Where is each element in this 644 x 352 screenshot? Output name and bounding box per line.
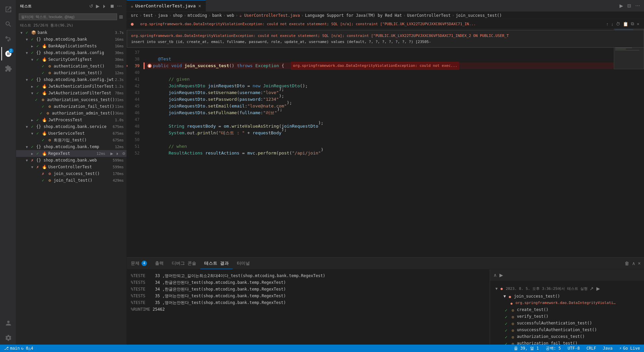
expand-SecurityConfigTest-arrow[interactable]: ▼ [30, 57, 35, 62]
breadcrumb-lang[interactable]: Language Support for Java(TM) by Red Hat [305, 13, 402, 18]
breadcrumb-java[interactable]: java [158, 13, 168, 18]
tree-item-authorization_test[interactable]: ✓ ⚙ authorization_test() 12ms [16, 70, 126, 76]
breadcrumb-shop[interactable]: shop [173, 13, 182, 18]
filter-input[interactable] [19, 13, 117, 20]
expand-BankApplicationTests-arrow[interactable]: ▶ [30, 43, 35, 49]
tree-item-BankApplicationTests[interactable]: ▶ ✓ 🔥 BankApplicationTests 16ms [16, 43, 126, 49]
tree-item-authorization_success_test[interactable]: ✓ ⚙ authorization_success_test() 31ms [16, 96, 126, 103]
tree-item-authentication_test[interactable]: ✓ ⚙ authentication_test() 18ms [16, 63, 126, 70]
expand-bank-config-arrow[interactable]: ▼ [24, 50, 30, 55]
explorer-activity-item[interactable] [1, 3, 15, 16]
breadcrumb-mtcoding[interactable]: mtcoding [187, 13, 207, 18]
tree-item-JwtAuthenticationFilterTest[interactable]: ▶ ✓ 🔥 JwtAuthenticationFilterTest 1.2s [16, 83, 126, 90]
breadcrumb-web[interactable]: web [227, 13, 234, 18]
test-results-run-button[interactable]: ▶ [499, 272, 504, 278]
expand-bank-arrow[interactable]: ▼ [19, 30, 24, 35]
tab-UserControllerTest[interactable]: ☕ UserControllerTest.java × [127, 0, 206, 11]
test-results-collapse-button[interactable]: ∧ [493, 272, 497, 278]
tree-item-join_fail_test[interactable]: ✓ ⚙ join_fail_test() 429ms [16, 177, 126, 184]
expand-shop-bank-arrow[interactable]: ▼ [24, 37, 30, 42]
expand-bank-config-jwt-arrow[interactable]: ▼ [24, 77, 30, 82]
tree-item-JwtAuthorizationFilterTest[interactable]: ▼ ✓ 🔥 JwtAuthorizationFilterTest 78ms [16, 90, 126, 96]
breadcrumb-bank[interactable]: bank [212, 13, 222, 18]
tree-item-UserControllerTest[interactable]: ▼ ✗ 🔥 UserControllerTest 599ms [16, 164, 126, 170]
explorer-icon[interactable] [1, 3, 15, 16]
split-editor-button[interactable]: ⊟ [626, 2, 633, 9]
tree-item-bank-temp[interactable]: ▼ ✓ {} shop.mtcoding.bank.temp 12ms [16, 143, 126, 150]
debug-all-button[interactable]: ⏵ [102, 3, 108, 9]
tree-item-authorization_fail_test[interactable]: ✓ ⚙ authorization_fail_test() 11ms [16, 103, 126, 110]
panel-tab-test-results[interactable]: 테스트 결과 [200, 258, 233, 269]
expand-UserServiceTest-arrow[interactable]: ▼ [30, 131, 35, 136]
expand-bank-temp-arrow[interactable]: ▼ [24, 144, 30, 149]
error-next-button[interactable]: ↓ [610, 20, 614, 27]
tree-item-RegexTest[interactable]: ▶ ✓ 🔥 RegexTest 12ms ▶ ⏵ ⚙ [16, 150, 126, 157]
test-result-create_test[interactable]: ✓ ◎ create_test() [493, 307, 641, 313]
breadcrumb-test[interactable]: test [143, 13, 153, 18]
settings-activity-item[interactable] [1, 331, 15, 345]
extensions-icon[interactable] [1, 62, 15, 75]
expand-RegexTest-arrow[interactable]: ▶ [30, 151, 35, 156]
error-close-button[interactable]: × [636, 20, 640, 27]
expand-bank-service-arrow[interactable]: ▼ [24, 124, 30, 129]
code-editor[interactable]: 34 35 36 37 38 39 40 41 42 43 44 45 46 4… [127, 29, 614, 257]
refresh-button[interactable]: ↺ [89, 3, 94, 9]
breadcrumb-src[interactable]: src [131, 13, 138, 18]
expand-bank-web-arrow[interactable]: ▼ [24, 158, 30, 163]
timestamp-run-button[interactable]: ↗ [589, 285, 594, 292]
tree-item-shop-bank[interactable]: ▼ ✓ {} shop.mtcoding.bank 16ms [16, 36, 126, 43]
settings-icon[interactable] [1, 331, 15, 345]
status-spaces[interactable]: 공백: 5 [544, 346, 562, 351]
test-result-successfulAuthentication_test[interactable]: ✓ ◎ successfulAuthentication_test() [493, 320, 641, 327]
tree-item-JwtProcessTest[interactable]: ▶ ✓ 🔥 JwtProcessTest 1.0s [16, 117, 126, 123]
extensions-activity-item[interactable] [1, 62, 15, 75]
expand-JwtAuthorizationFilterTest-arrow[interactable]: ▼ [30, 90, 35, 96]
panel-tab-output[interactable]: 출력 [151, 258, 168, 269]
breadcrumb-class[interactable]: UserControllerTest [407, 13, 451, 18]
tree-item-bank-config-jwt[interactable]: ▼ ✓ {} shop.mtcoding.bank.config.jwt 2.3… [16, 76, 126, 83]
test-result-verify_test[interactable]: ✓ ◎ verify_test() [493, 313, 641, 320]
tree-container[interactable]: ▼ ✓ 📦 bank 3.7s ▼ ✓ {} shop.mtcoding.ban… [16, 29, 126, 345]
error-expand-button[interactable]: ⧉ [630, 20, 635, 27]
status-encoding[interactable]: UTF-8 [566, 346, 581, 351]
filter-options-button[interactable]: ⊞ [118, 13, 124, 20]
tree-item-SecurityConfigTest[interactable]: ▼ ✓ 🔥 SecurityConfigTest 30ms [16, 56, 126, 63]
expand-JwtAuthenticationFilterTest-arrow[interactable]: ▶ [30, 84, 35, 89]
panel-delete-button[interactable]: 🗑 [624, 260, 630, 267]
test-result-error-text[interactable]: ● org.springframework.dao.DataIntegrityV… [493, 300, 641, 307]
panel-tab-debug[interactable]: 디버그 콘솔 [168, 258, 200, 269]
status-branch[interactable]: ⎇ main ↻ 0△4 [3, 346, 35, 351]
code-content[interactable]: public void setUp() { dataSetting(); } [144, 29, 614, 257]
test-result-authorization_fail_test[interactable]: ✓ ◎ authorization_fail_test() [493, 340, 641, 345]
expand-UserControllerTest-arrow[interactable]: ▼ [30, 164, 35, 170]
error-history-button[interactable]: ⏱ [615, 20, 621, 27]
more-actions-button[interactable]: ⋯ [116, 3, 122, 9]
panel-tab-issues[interactable]: 문제 4 [127, 258, 151, 269]
RegexTest-more-btn[interactable]: ⚙ [121, 151, 126, 156]
run-tab-button[interactable]: ▶ [618, 2, 625, 9]
run-all-button[interactable]: ▶ [95, 3, 100, 9]
panel-close-button[interactable]: × [637, 260, 641, 267]
source-control-activity-item[interactable] [1, 32, 15, 46]
search-icon[interactable] [1, 17, 15, 31]
tree-item-join_success_test[interactable]: ✗ ⚙ join_success_test() 170ms [16, 170, 126, 177]
more-tab-actions-button[interactable]: ⋯ [634, 2, 641, 9]
tab-close-button[interactable]: × [198, 3, 202, 9]
tree-item-bank-service[interactable]: ▼ ✓ {} shop.mtcoding.bank.service 675ms [16, 123, 126, 130]
search-activity-item[interactable] [1, 17, 15, 31]
source-control-icon[interactable] [1, 32, 15, 46]
terminal-output[interactable]: %TESTE 33 ,영어만되고_길이는최소2최대4이다_test(shop.m… [127, 269, 490, 345]
run-debug-activity-item[interactable]: 2 [1, 47, 15, 60]
error-prev-button[interactable]: ↑ [605, 20, 609, 27]
test-result-join_success_test[interactable]: ▼ ● join_success_test() [493, 293, 641, 300]
error-copy-button[interactable]: 📋 [622, 20, 629, 27]
RegexTest-run-btn[interactable]: ▶ [109, 151, 114, 156]
tree-item-bank-config[interactable]: ▼ ✓ {} shop.mtcoding.bank.config 30ms [16, 49, 126, 56]
test-result-unsuccessfulAuthentication_test[interactable]: ✓ ◎ unsuccessfulAuthentication_test() [493, 327, 641, 334]
panel-collapse-button[interactable]: ∧ [631, 260, 636, 267]
panel-tab-terminal[interactable]: 터미널 [233, 258, 254, 269]
tree-item-UserServiceTest[interactable]: ▼ ✓ 🔥 UserServiceTest 675ms [16, 130, 126, 137]
test-result-authorization_success_test[interactable]: ✓ ◎ authorization_success_test() [493, 334, 641, 340]
account-icon[interactable] [1, 316, 15, 330]
RegexTest-debug-btn[interactable]: ⏵ [115, 151, 120, 156]
